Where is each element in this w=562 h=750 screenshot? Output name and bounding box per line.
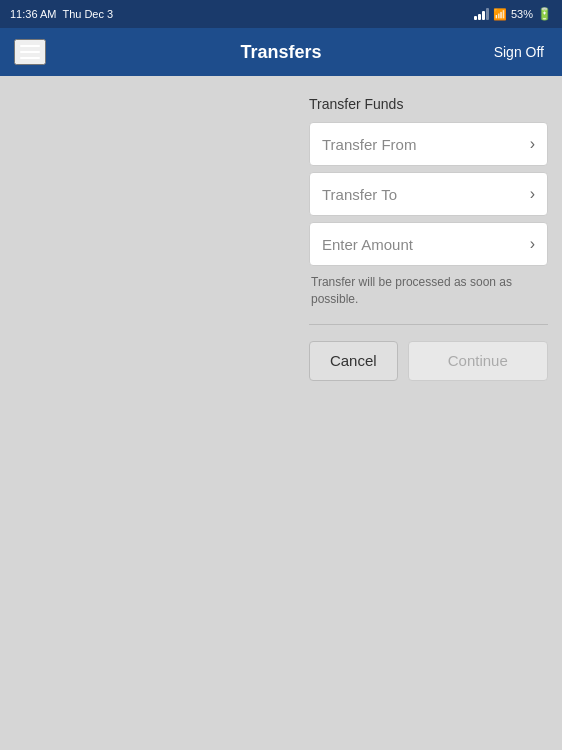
battery-icon: 🔋 <box>537 7 552 21</box>
signal-icon <box>474 8 489 20</box>
transfer-from-label: Transfer From <box>322 136 416 153</box>
menu-button[interactable] <box>14 39 46 65</box>
chevron-right-icon: › <box>530 235 535 253</box>
section-title: Transfer Funds <box>309 96 548 112</box>
status-time: 11:36 AM Thu Dec 3 <box>10 8 113 20</box>
sign-off-button[interactable]: Sign Off <box>488 40 550 64</box>
transfer-to-label: Transfer To <box>322 186 397 203</box>
hamburger-icon <box>20 57 40 59</box>
buttons-row: Cancel Continue <box>309 341 548 381</box>
main-content: Transfer Funds Transfer From › Transfer … <box>0 76 562 750</box>
wifi-icon: 📶 <box>493 8 507 21</box>
hamburger-icon <box>20 51 40 53</box>
continue-button[interactable]: Continue <box>408 341 548 381</box>
right-panel: Transfer Funds Transfer From › Transfer … <box>295 76 562 750</box>
battery-percentage: 53% <box>511 8 533 20</box>
chevron-right-icon: › <box>530 135 535 153</box>
hamburger-icon <box>20 45 40 47</box>
enter-amount-label: Enter Amount <box>322 236 413 253</box>
status-bar: 11:36 AM Thu Dec 3 📶 53% 🔋 <box>0 0 562 28</box>
header: Transfers Sign Off <box>0 28 562 76</box>
cancel-button[interactable]: Cancel <box>309 341 398 381</box>
page-title: Transfers <box>240 42 321 63</box>
status-indicators: 📶 53% 🔋 <box>474 7 552 21</box>
transfer-from-field[interactable]: Transfer From › <box>309 122 548 166</box>
divider <box>309 324 548 325</box>
transfer-to-field[interactable]: Transfer To › <box>309 172 548 216</box>
info-text: Transfer will be processed as soon as po… <box>309 274 548 308</box>
left-panel <box>0 76 295 750</box>
chevron-right-icon: › <box>530 185 535 203</box>
enter-amount-field[interactable]: Enter Amount › <box>309 222 548 266</box>
